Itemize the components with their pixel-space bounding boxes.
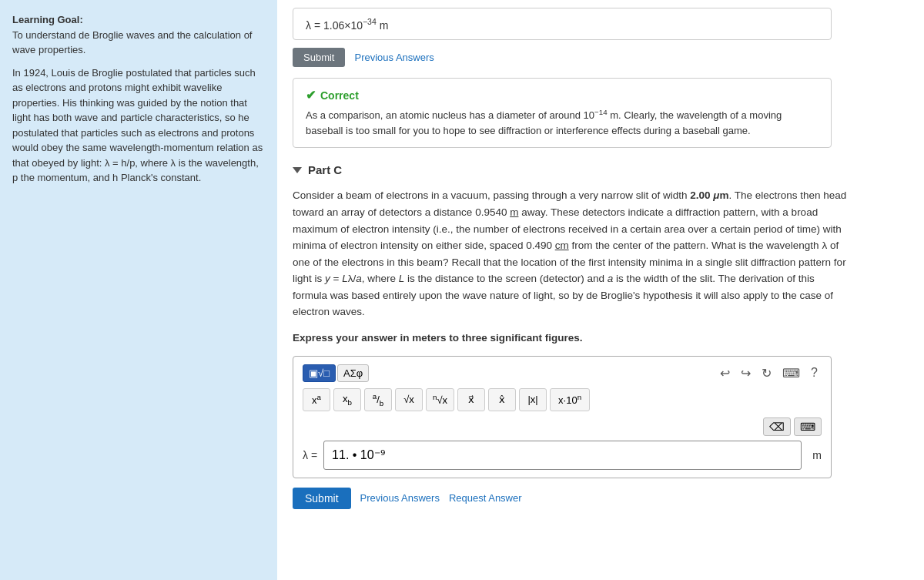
undo-btn[interactable]: ↩ [716,364,734,382]
check-icon: ✔ [306,88,316,102]
answer-input-row: λ = m [303,441,822,470]
redo-btn[interactable]: ↪ [737,364,755,382]
answer-lambda-label: λ = [303,449,317,461]
learning-goal-title: Learning Goal: [12,14,83,25]
part-c-header[interactable]: Part C [293,163,909,176]
help-btn[interactable]: ? [807,364,822,381]
top-answer-value: λ = 1.06×10−34 m [306,17,388,32]
top-answer-display: λ = 1.06×10−34 m [293,8,832,40]
part-c-section: Part C Consider a beam of electrons in a… [293,163,909,508]
unit-label: m [812,449,822,461]
collapse-icon [293,167,302,173]
sym-fraction-btn[interactable]: a/b [364,388,392,411]
sidebar-body-text: In 1924, Louis de Broglie postulated tha… [12,65,265,186]
sym-x-sub-btn[interactable]: xb [333,388,361,411]
learning-goal-text: To understand de Broglie waves and the c… [12,29,252,56]
sym-x-power-btn[interactable]: xa [303,388,330,411]
bottom-submit-row: Submit Previous Answers Request Answer [293,488,909,509]
sidebar: Learning Goal: To understand de Broglie … [0,0,277,580]
part-c-problem-text: Consider a beam of electrons in a vacuum… [293,187,847,320]
sym-cbrt-btn[interactable]: n√x [426,388,454,411]
math-symbols-row: xa xb a/b √x n√x x⃗ x̂ |x| x·10n [303,388,822,411]
part-c-label: Part C [308,163,342,176]
correct-box: ✔ Correct As a comparison, an atomic nuc… [293,78,832,148]
sym-sqrt-btn[interactable]: √x [395,388,423,411]
sym-sci-notation-btn[interactable]: x·10n [550,388,590,411]
refresh-btn[interactable]: ↻ [758,364,775,382]
sym-vector-btn[interactable]: x⃗ [457,388,485,411]
express-instruction: Express your answer in meters to three s… [293,330,847,347]
matrix-toolbar-btn[interactable]: ▣√□ [303,364,336,382]
math-input-container: ▣√□ ΑΣφ ↩ ↪ ↻ ⌨ ? xa xb a/b √x n√x x⃗ x̂… [293,356,832,478]
top-submit-button[interactable]: Submit [293,48,345,67]
top-submit-row: Submit Previous Answers [293,48,909,67]
math-toolbar: ▣√□ ΑΣφ ↩ ↪ ↻ ⌨ ? [303,364,822,382]
sym-hat-btn[interactable]: x̂ [488,388,516,411]
top-previous-answers-link[interactable]: Previous Answers [354,52,434,63]
sym-abs-btn[interactable]: |x| [519,388,547,411]
answer-input[interactable] [323,441,802,470]
backspace-btn[interactable]: ⌫ [763,417,791,436]
action-btns-row: ⌫ ⌨ [303,417,822,436]
main-content: λ = 1.06×10−34 m Submit Previous Answers… [277,0,924,580]
request-answer-link[interactable]: Request Answer [449,492,522,504]
correct-header: ✔ Correct [306,88,819,102]
bottom-previous-answers-link[interactable]: Previous Answers [360,492,440,504]
correct-body-text: As a comparison, an atomic nucleus has a… [306,107,819,138]
bottom-submit-button[interactable]: Submit [293,488,351,509]
express-label: Express your answer in meters to three s… [293,332,583,344]
correct-label: Correct [320,89,359,102]
keyboard-toggle-btn[interactable]: ⌨ [794,417,822,436]
toolbar-group-left: ▣√□ ΑΣφ [303,364,369,382]
symbols-toolbar-btn[interactable]: ΑΣφ [337,364,369,382]
keyboard-btn[interactable]: ⌨ [778,364,804,382]
